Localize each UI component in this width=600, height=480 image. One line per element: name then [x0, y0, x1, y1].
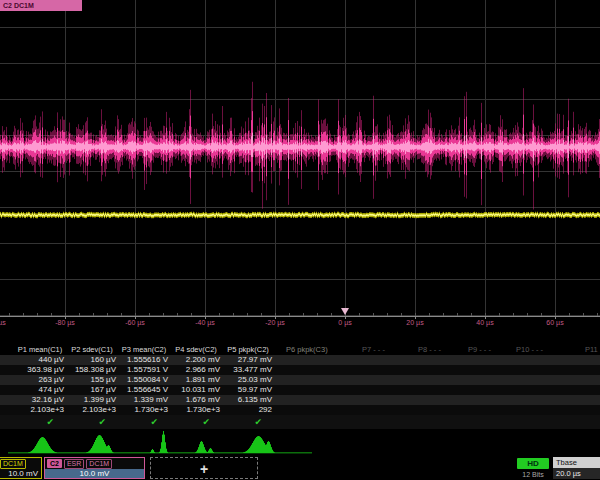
measure-table-row: 474 µV167 µV1.556645 V10.031 mV59.97 mV	[0, 385, 600, 395]
trace-label-badge[interactable]: C2 DC1M	[0, 0, 82, 11]
measure-header[interactable]: P5 pkpk(C2)	[222, 345, 274, 355]
time-axis-label: -60 µs	[125, 319, 145, 326]
measure-header-inactive[interactable]: P6 pkpk(C3)	[286, 345, 328, 355]
c1-coupling-badge: DC1M	[0, 459, 26, 469]
measure-value: 59.97 mV	[222, 385, 272, 395]
axis-tick	[65, 316, 66, 319]
measure-value: 263 µV	[14, 375, 64, 385]
measure-header[interactable]: P2 sdev(C1)	[66, 345, 118, 355]
measure-value: 440 µV	[14, 355, 64, 365]
measure-table-header-row: P1 mean(C1)P2 sdev(C1)P3 mean(C2)P4 sdev…	[0, 345, 600, 355]
measure-table-row: 2.103e+32.103e+31.730e+31.730e+3292	[0, 405, 600, 415]
time-axis-label: -40 µs	[195, 319, 215, 326]
axis-tick	[345, 316, 346, 319]
measure-header-inactive[interactable]: P8 - - -	[418, 345, 441, 355]
status-check-icon: ✔	[170, 415, 220, 425]
measurement-histicons[interactable]	[0, 430, 600, 456]
status-check-icon: ✔	[14, 415, 64, 425]
time-axis-label: -80 µs	[55, 319, 75, 326]
measure-value: 1.730e+3	[170, 405, 220, 415]
measure-header[interactable]: P3 mean(C2)	[118, 345, 170, 355]
measure-table-row: 263 µV155 µV1.550084 V1.891 mV25.03 mV	[0, 375, 600, 385]
time-axis-label: -20 µs	[265, 319, 285, 326]
measure-value: 2.966 mV	[170, 365, 220, 375]
measure-header-inactive[interactable]: P11	[585, 345, 598, 355]
measure-table-row: 363.98 µV158.308 µV1.557591 V2.966 mV33.…	[0, 365, 600, 375]
axis-tick	[205, 316, 206, 319]
status-check-icon: ✔	[66, 415, 116, 425]
measure-value: 2.200 mV	[170, 355, 220, 365]
measure-value: 167 µV	[66, 385, 116, 395]
time-axis-label: 20 µs	[406, 319, 423, 326]
measure-value: 1.676 mV	[170, 395, 220, 405]
measure-status-row: ✔✔✔✔✔	[0, 415, 600, 429]
measure-header[interactable]: P4 sdev(C2)	[170, 345, 222, 355]
axis-tick	[485, 316, 486, 319]
time-axis-label: 60 µs	[546, 319, 563, 326]
measure-value: 160 µV	[66, 355, 116, 365]
measure-value: 1.730e+3	[118, 405, 168, 415]
oscilloscope-screen: C2 DC1M -100 µs-80 µs-60 µs-40 µs-20 µs0…	[0, 0, 600, 480]
measure-value: 1.555616 V	[118, 355, 168, 365]
measure-value: 2.103e+3	[14, 405, 64, 415]
timebase-value: 20.0 µs	[553, 468, 600, 479]
trigger-position-marker[interactable]	[341, 308, 349, 315]
time-axis-label: -100 µs	[0, 319, 6, 326]
c2-label: C2	[47, 459, 62, 468]
measure-value: 10.031 mV	[170, 385, 220, 395]
measure-value: 363.98 µV	[14, 365, 64, 375]
measure-value: 1.550084 V	[118, 375, 168, 385]
c2-esr-badge: ESR	[64, 459, 84, 469]
measure-value: 1.556645 V	[118, 385, 168, 395]
measure-value: 32.16 µV	[14, 395, 64, 405]
measure-header-inactive[interactable]: P10 - - -	[516, 345, 543, 355]
measure-value: 158.308 µV	[66, 365, 116, 375]
measure-header-inactive[interactable]: P9 - - -	[468, 345, 491, 355]
measure-value: 1.339 mV	[118, 395, 168, 405]
measure-value: 474 µV	[14, 385, 64, 395]
hd-mode-badge[interactable]: HD	[517, 458, 549, 469]
status-check-icon: ✔	[118, 415, 168, 425]
time-axis-label: 40 µs	[476, 319, 493, 326]
channel-descriptor-c1[interactable]: C1 DC1M 10.0 mV	[0, 457, 42, 479]
measure-table-row: 32.16 µV1.399 µV1.339 mV1.676 mV6.135 mV	[0, 395, 600, 405]
measure-header-inactive[interactable]: P7 - - -	[362, 345, 385, 355]
measure-table-row: 440 µV160 µV1.555616 V2.200 mV27.97 mV	[0, 355, 600, 365]
measure-value: 33.477 mV	[222, 365, 272, 375]
timebase-label: Tbase	[553, 457, 600, 468]
status-check-icon: ✔	[222, 415, 272, 425]
measure-header[interactable]: P1 mean(C1)	[14, 345, 66, 355]
measure-value: 1.399 µV	[66, 395, 116, 405]
c2-coupling-badge: DC1M	[86, 459, 112, 469]
measure-value: 27.97 mV	[222, 355, 272, 365]
axis-tick	[415, 316, 416, 319]
time-axis-label: 0 µs	[338, 319, 351, 326]
measure-value: 292	[222, 405, 272, 415]
waveform-grid-canvas[interactable]	[0, 0, 600, 318]
measure-value: 155 µV	[66, 375, 116, 385]
axis-tick	[555, 316, 556, 319]
timebase-descriptor[interactable]: Tbase 20.0 µs	[553, 457, 600, 479]
c1-scale-value: 10.0 mV	[0, 469, 41, 478]
measure-value: 6.135 mV	[222, 395, 272, 405]
measure-value: 1.891 mV	[170, 375, 220, 385]
channel-descriptor-c2[interactable]: C2 ESR DC1M 10.0 mV	[44, 457, 145, 479]
axis-tick	[275, 316, 276, 319]
measure-value: 25.03 mV	[222, 375, 272, 385]
axis-tick	[135, 316, 136, 319]
bit-resolution-label: 12 Bits	[510, 471, 556, 478]
measure-table: P1 mean(C1)P2 sdev(C1)P3 mean(C2)P4 sdev…	[0, 344, 600, 430]
measure-value: 2.103e+3	[66, 405, 116, 415]
add-trace-button[interactable]: +	[150, 457, 258, 479]
c2-scale-value: 10.0 mV	[45, 469, 144, 478]
time-axis-labels: -100 µs-80 µs-60 µs-40 µs-20 µs0 µs20 µs…	[0, 319, 600, 331]
measure-value: 1.557591 V	[118, 365, 168, 375]
